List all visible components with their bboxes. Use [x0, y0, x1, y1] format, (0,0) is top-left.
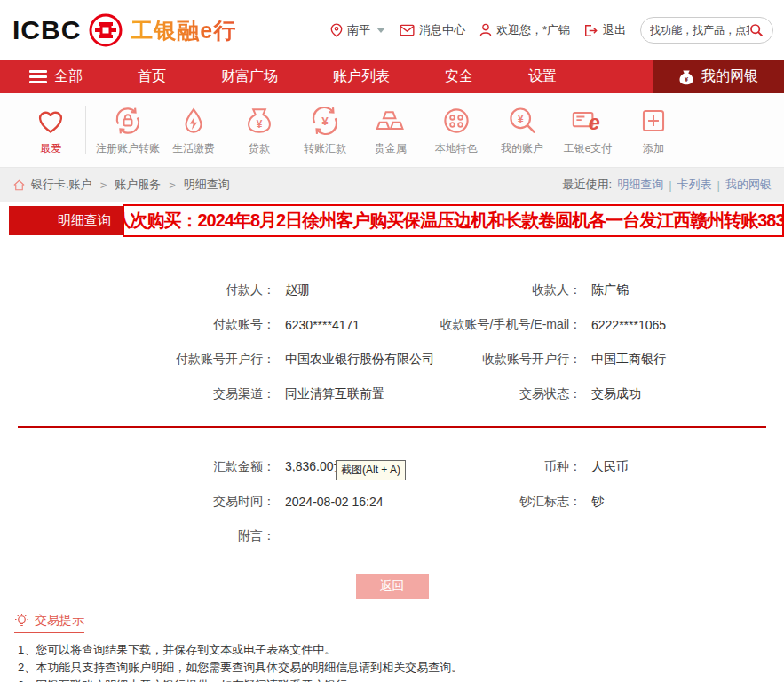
- breadcrumb-item[interactable]: 银行卡.账户: [31, 177, 92, 193]
- loan-icon: ¥: [226, 104, 292, 138]
- quick-item-life-payment[interactable]: 生活缴费: [161, 104, 226, 155]
- quick-item-local-features[interactable]: 本地特色: [424, 104, 489, 155]
- transaction-details: 付款人： 赵珊 收款人： 陈广锦 付款账号： 6230****4171 收款账号…: [0, 237, 784, 411]
- nav-item-wealth[interactable]: 财富广场: [221, 67, 278, 86]
- nav-all-label: 全部: [54, 67, 83, 86]
- quick-label: 注册账户转账: [95, 142, 161, 155]
- detail-row: 附言：: [0, 519, 784, 553]
- tips-header: 交易提示: [14, 613, 84, 633]
- nav-item-security[interactable]: 安全: [445, 67, 473, 86]
- svg-text:¥: ¥: [321, 115, 329, 128]
- recent-link-my-ebank[interactable]: 我的网银: [725, 177, 772, 193]
- payer-value: 赵珊: [275, 282, 532, 298]
- time-label: 交易时间：: [0, 494, 275, 510]
- time-value: 2024-08-02 16:24: [275, 495, 519, 509]
- quick-label: 贵金属: [358, 142, 424, 155]
- detail-row: 交易时间： 2024-08-02 16:24 钞汇标志： 钞: [0, 484, 784, 519]
- svg-text:¥: ¥: [518, 113, 524, 125]
- search-input[interactable]: [650, 24, 749, 36]
- breadcrumb-item[interactable]: 明细查询: [184, 177, 230, 193]
- detail-row: 付款账号： 6230****4171 收款账号/手机号/E-mail： 6222…: [0, 307, 784, 342]
- quick-item-precious-metals[interactable]: 贵金属: [358, 104, 424, 155]
- divider-line: [18, 426, 766, 428]
- search-icon[interactable]: [749, 21, 764, 39]
- currency-value: 人民币: [582, 459, 784, 475]
- breadcrumb-item[interactable]: 账户服务: [115, 177, 161, 193]
- my-ebank-label: 我的网银: [701, 67, 758, 86]
- icbc-logo-text: ICBC: [12, 15, 81, 45]
- message-center-label: 消息中心: [419, 22, 465, 38]
- quick-item-loan[interactable]: ¥ 贷款: [226, 104, 292, 155]
- tips-section: 交易提示 1、您可以将查询结果下载，并保存到文本或电子表格文件中。 2、本功能只…: [0, 599, 784, 682]
- register-transfer-icon: [95, 104, 161, 138]
- nav-settings-label: 设置: [528, 67, 557, 86]
- payer-account-label: 付款账号：: [0, 317, 275, 333]
- breadcrumb-separator: >: [100, 178, 107, 192]
- recent-label: 最近使用:: [563, 177, 613, 193]
- recent-link-card-list[interactable]: 卡列表: [677, 177, 712, 193]
- detail-row: 付款账号开户行： 中国农业银行股份有限公司 收款账号开户行： 中国工商银行: [0, 342, 784, 377]
- icbc-logo-icon: [88, 12, 123, 48]
- title-section: 明细查询 第八次购买：2024年8月2日徐州客户购买保温压边机和长款卷圆机各一台…: [9, 202, 784, 237]
- quick-item-add[interactable]: 添加: [621, 104, 686, 155]
- currency-label: 币种：: [544, 459, 582, 475]
- lightbulb-icon: [14, 613, 29, 629]
- tips-list: 1、您可以将查询结果下载，并保存到文本或电子表格文件中。 2、本功能只支持查询账…: [14, 641, 770, 682]
- payee-bank-label: 收款账号开户行：: [482, 352, 582, 368]
- recent-used: 最近使用: 明细查询 | 卡列表 | 我的网银: [563, 177, 772, 193]
- nav-item-settings[interactable]: 设置: [528, 67, 557, 86]
- quick-access-row: 最爱 注册账户转账 生活缴费 ¥: [0, 93, 784, 168]
- detail-row: 交易渠道： 同业清算互联前置 交易状态： 交易成功: [0, 377, 784, 411]
- payee-bank-value: 中国工商银行: [582, 352, 784, 368]
- top-header: ICBC 工银融e行 南平: [0, 0, 784, 60]
- search-box[interactable]: [640, 17, 773, 44]
- nav-item-all[interactable]: 全部: [29, 67, 83, 86]
- tip-item: 1、您可以将查询结果下载，并保存到文本或电子表格文件中。: [18, 641, 770, 659]
- message-center-link[interactable]: 消息中心: [400, 22, 465, 38]
- local-features-icon: [424, 104, 489, 138]
- logo-group: ICBC 工银融e行: [12, 12, 236, 48]
- payer-bank-value: 中国农业银行股份有限公司: [275, 352, 482, 368]
- cash-flag-value: 钞: [582, 494, 784, 510]
- quick-label: 贷款: [226, 142, 292, 155]
- breadcrumb-separator: >: [169, 178, 176, 192]
- brand-name: 工银融e行: [131, 16, 236, 45]
- link-separator: |: [717, 178, 720, 192]
- nav-security-label: 安全: [445, 67, 473, 86]
- logout-button[interactable]: 退出: [584, 22, 626, 38]
- back-button[interactable]: 返回: [356, 574, 429, 599]
- annotation-banner: 第八次购买：2024年8月2日徐州客户购买保温压边机和长款卷圆机各一台发江西赣州…: [123, 204, 784, 237]
- tip-item: 3、网银互联账户明细由开户银行提供，如有疑问请联系开户银行。: [18, 677, 770, 682]
- breadcrumb-row: 银行卡.账户 > 账户服务 > 明细查询 最近使用: 明细查询 | 卡列表 | …: [0, 168, 784, 202]
- chevron-down-icon: [376, 28, 385, 33]
- welcome-user[interactable]: 欢迎您，*广锦: [479, 22, 570, 38]
- recent-link-detail-query[interactable]: 明细查询: [617, 177, 663, 193]
- payer-account-value: 6230****4171: [275, 318, 440, 332]
- life-payment-icon: [161, 104, 226, 138]
- nav-item-accounts[interactable]: 账户列表: [333, 67, 390, 86]
- status-label: 交易状态：: [519, 386, 582, 402]
- nav-accounts-label: 账户列表: [333, 67, 390, 86]
- quick-label: 转账汇款: [292, 142, 358, 155]
- svg-text:¥: ¥: [257, 118, 263, 131]
- breadcrumb: 银行卡.账户 > 账户服务 > 明细查询: [12, 177, 230, 193]
- quick-item-epay[interactable]: e 工银e支付: [555, 104, 621, 155]
- payer-label: 付款人：: [0, 282, 275, 298]
- quick-item-transfer[interactable]: ¥ 转账汇款: [292, 104, 358, 155]
- my-ebank-button[interactable]: ¥ 我的网银: [653, 60, 784, 93]
- quick-item-favorites[interactable]: 最爱: [18, 104, 83, 155]
- quick-item-register-transfer[interactable]: 注册账户转账: [95, 104, 161, 155]
- location-label: 南平: [347, 22, 370, 38]
- screenshot-tooltip: 截图(Alt + A): [336, 460, 406, 480]
- home-icon: [12, 178, 26, 192]
- nav-item-home[interactable]: 首页: [138, 67, 166, 86]
- cash-flag-label: 钞汇标志：: [519, 494, 582, 510]
- quick-label: 最爱: [18, 142, 83, 155]
- user-icon: [479, 23, 492, 37]
- quick-item-my-account[interactable]: ¥ 我的账户: [489, 104, 555, 155]
- location-selector[interactable]: 南平: [330, 22, 385, 38]
- quick-label: 我的账户: [489, 142, 555, 155]
- heart-icon: [18, 104, 83, 138]
- nav-home-label: 首页: [138, 67, 166, 86]
- money-bag-icon: ¥: [678, 69, 694, 85]
